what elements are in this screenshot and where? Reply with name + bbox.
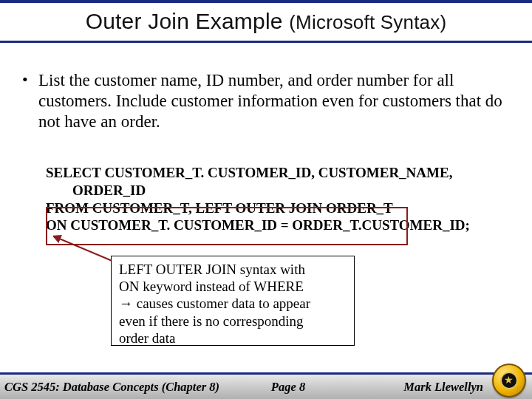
title-underline xyxy=(0,41,532,43)
sql-line-1: SELECT CUSTOMER_T. CUSTOMER_ID, CUSTOMER… xyxy=(46,164,489,182)
sql-line-3: FROM CUSTOMER_T, LEFT OUTER JOIN ORDER_T xyxy=(46,200,489,217)
callout-line-2: ON keyword instead of WHERE xyxy=(119,278,347,295)
ucf-logo-icon: ★ xyxy=(492,364,526,398)
sql-code: SELECT CUSTOMER_T. CUSTOMER_ID, CUSTOMER… xyxy=(46,164,489,234)
footer-author: Mark Llewellyn xyxy=(403,380,483,395)
callout-line-1: LEFT OUTER JOIN syntax with xyxy=(119,261,347,278)
top-accent-bar xyxy=(0,0,532,3)
callout-arrow-icon xyxy=(53,235,120,265)
footer-course: CGS 2545: Database Concepts (Chapter 8) xyxy=(0,380,219,395)
sql-line-4: ON CUSTOMER_T. CUSTOMER_ID = ORDER_T.CUS… xyxy=(46,216,489,234)
callout-line-3: → causes customer data to appear xyxy=(119,295,347,312)
bullet-item: • List the customer name, ID number, and… xyxy=(22,70,510,132)
logo-star-icon: ★ xyxy=(504,375,514,385)
callout-line-4: even if there is no corresponding xyxy=(119,313,347,330)
slide-title: Outer Join Example (Microsoft Syntax) xyxy=(0,9,532,34)
callout-line-3-text: causes customer data to appear xyxy=(133,296,310,311)
logo-outer-circle: ★ xyxy=(492,364,526,398)
title-subtitle: (Microsoft Syntax) xyxy=(289,11,446,33)
footer-page: Page 8 xyxy=(271,380,305,395)
bullet-icon: • xyxy=(22,70,38,132)
svg-line-0 xyxy=(58,238,114,262)
callout-line-5: order data xyxy=(119,330,347,347)
callout-box: LEFT OUTER JOIN syntax with ON keyword i… xyxy=(111,256,355,346)
slide: Outer Join Example (Microsoft Syntax) • … xyxy=(0,0,532,399)
title-main: Outer Join Example xyxy=(86,9,283,33)
bullet-block: • List the customer name, ID number, and… xyxy=(22,70,510,132)
sql-line-2: ORDER_ID xyxy=(46,182,489,200)
footer-bar: CGS 2545: Database Concepts (Chapter 8) … xyxy=(0,372,532,399)
right-arrow-icon: → xyxy=(119,296,133,311)
bullet-text: List the customer name, ID number, and o… xyxy=(38,70,510,132)
